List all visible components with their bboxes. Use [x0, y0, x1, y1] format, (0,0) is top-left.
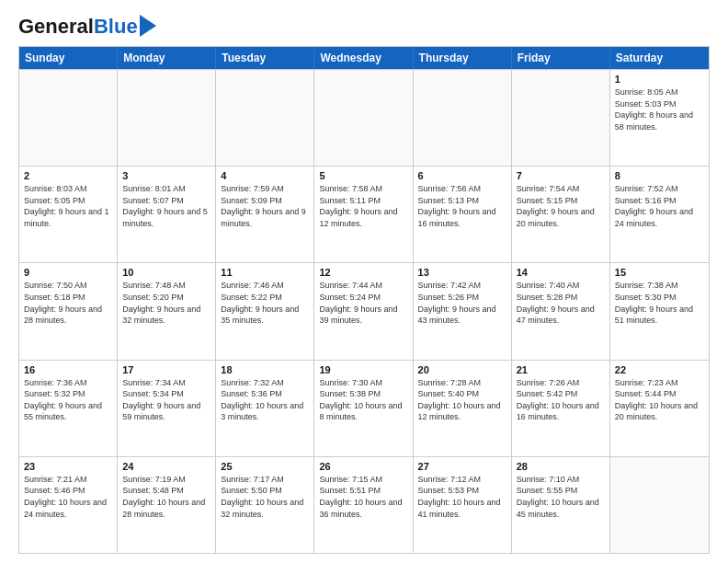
- cell-info: Sunrise: 7:17 AMSunset: 5:50 PMDaylight:…: [221, 474, 309, 520]
- cell-info: Sunrise: 7:42 AMSunset: 5:26 PMDaylight:…: [418, 280, 506, 326]
- cell-info: Sunrise: 7:34 AMSunset: 5:34 PMDaylight:…: [122, 377, 210, 423]
- day-number: 22: [615, 364, 704, 375]
- logo: GeneralBlue: [18, 17, 156, 37]
- cell-info: Sunrise: 7:26 AMSunset: 5:42 PMDaylight:…: [517, 377, 605, 423]
- day-number: 24: [122, 461, 210, 472]
- calendar-cell: 21Sunrise: 7:26 AMSunset: 5:42 PMDayligh…: [512, 361, 610, 456]
- cell-info: Sunrise: 8:05 AMSunset: 5:03 PMDaylight:…: [615, 86, 704, 132]
- day-number: 2: [24, 170, 112, 181]
- calendar-cell: [610, 457, 709, 553]
- calendar-cell: 15Sunrise: 7:38 AMSunset: 5:30 PMDayligh…: [610, 263, 709, 359]
- calendar-week-4: 23Sunrise: 7:21 AMSunset: 5:46 PMDayligh…: [19, 456, 709, 553]
- day-number: 5: [319, 170, 407, 181]
- day-number: 28: [517, 461, 605, 472]
- cell-info: Sunrise: 7:46 AMSunset: 5:22 PMDaylight:…: [221, 280, 309, 326]
- calendar-cell: 17Sunrise: 7:34 AMSunset: 5:34 PMDayligh…: [118, 361, 216, 456]
- day-number: 11: [221, 267, 309, 278]
- day-number: 13: [418, 267, 506, 278]
- day-number: 12: [319, 267, 407, 278]
- calendar-cell: 27Sunrise: 7:12 AMSunset: 5:53 PMDayligh…: [414, 457, 512, 553]
- cell-info: Sunrise: 8:01 AMSunset: 5:07 PMDaylight:…: [122, 183, 210, 229]
- day-number: 8: [615, 170, 704, 181]
- cell-info: Sunrise: 7:36 AMSunset: 5:32 PMDaylight:…: [24, 377, 112, 423]
- day-number: 14: [517, 267, 605, 278]
- calendar-cell: [216, 70, 314, 166]
- calendar-cell: 5Sunrise: 7:58 AMSunset: 5:11 PMDaylight…: [314, 167, 413, 262]
- calendar-cell: 10Sunrise: 7:48 AMSunset: 5:20 PMDayligh…: [118, 263, 216, 359]
- day-number: 18: [221, 364, 309, 375]
- calendar-cell: 12Sunrise: 7:44 AMSunset: 5:24 PMDayligh…: [314, 263, 413, 359]
- day-number: 27: [418, 461, 506, 472]
- calendar-cell: 6Sunrise: 7:56 AMSunset: 5:13 PMDaylight…: [414, 167, 512, 262]
- calendar-cell: 16Sunrise: 7:36 AMSunset: 5:32 PMDayligh…: [19, 361, 118, 456]
- calendar-cell: 26Sunrise: 7:15 AMSunset: 5:51 PMDayligh…: [314, 457, 413, 553]
- cell-info: Sunrise: 7:40 AMSunset: 5:28 PMDaylight:…: [517, 280, 605, 326]
- calendar-cell: 22Sunrise: 7:23 AMSunset: 5:44 PMDayligh…: [610, 361, 709, 456]
- cell-info: Sunrise: 7:54 AMSunset: 5:15 PMDaylight:…: [517, 183, 605, 229]
- calendar-cell: 9Sunrise: 7:50 AMSunset: 5:18 PMDaylight…: [19, 263, 118, 359]
- cell-info: Sunrise: 7:10 AMSunset: 5:55 PMDaylight:…: [517, 474, 605, 520]
- cell-info: Sunrise: 7:56 AMSunset: 5:13 PMDaylight:…: [418, 183, 506, 229]
- day-number: 9: [24, 267, 112, 278]
- day-number: 4: [221, 170, 309, 181]
- cell-info: Sunrise: 7:58 AMSunset: 5:11 PMDaylight:…: [319, 183, 407, 229]
- calendar-week-2: 9Sunrise: 7:50 AMSunset: 5:18 PMDaylight…: [19, 262, 709, 359]
- day-header-friday: Friday: [512, 47, 610, 69]
- calendar-cell: 18Sunrise: 7:32 AMSunset: 5:36 PMDayligh…: [216, 361, 314, 456]
- day-number: 19: [319, 364, 407, 375]
- calendar-cell: 8Sunrise: 7:52 AMSunset: 5:16 PMDaylight…: [610, 167, 709, 262]
- calendar-cell: 7Sunrise: 7:54 AMSunset: 5:15 PMDaylight…: [512, 167, 610, 262]
- cell-info: Sunrise: 7:30 AMSunset: 5:38 PMDaylight:…: [319, 377, 407, 423]
- day-number: 6: [418, 170, 506, 181]
- day-header-thursday: Thursday: [414, 47, 512, 69]
- calendar-week-0: 1Sunrise: 8:05 AMSunset: 5:03 PMDaylight…: [19, 69, 709, 166]
- calendar-cell: [118, 70, 216, 166]
- day-header-tuesday: Tuesday: [216, 47, 314, 69]
- day-number: 25: [221, 461, 309, 472]
- cell-info: Sunrise: 7:28 AMSunset: 5:40 PMDaylight:…: [418, 377, 506, 423]
- calendar-cell: 2Sunrise: 8:03 AMSunset: 5:05 PMDaylight…: [19, 167, 118, 262]
- header: GeneralBlue: [18, 17, 710, 37]
- cell-info: Sunrise: 7:19 AMSunset: 5:48 PMDaylight:…: [122, 474, 210, 520]
- calendar-week-3: 16Sunrise: 7:36 AMSunset: 5:32 PMDayligh…: [19, 360, 709, 456]
- calendar-body: 1Sunrise: 8:05 AMSunset: 5:03 PMDaylight…: [19, 69, 709, 553]
- cell-info: Sunrise: 7:59 AMSunset: 5:09 PMDaylight:…: [221, 183, 309, 229]
- calendar-cell: 28Sunrise: 7:10 AMSunset: 5:55 PMDayligh…: [512, 457, 610, 553]
- day-number: 16: [24, 364, 112, 375]
- calendar-cell: 1Sunrise: 8:05 AMSunset: 5:03 PMDaylight…: [610, 70, 709, 166]
- day-header-saturday: Saturday: [610, 47, 709, 69]
- calendar-cell: 14Sunrise: 7:40 AMSunset: 5:28 PMDayligh…: [512, 263, 610, 359]
- calendar-header-row: SundayMondayTuesdayWednesdayThursdayFrid…: [19, 47, 709, 69]
- calendar-cell: 24Sunrise: 7:19 AMSunset: 5:48 PMDayligh…: [118, 457, 216, 553]
- page: GeneralBlue SundayMondayTuesdayWednesday…: [0, 0, 728, 563]
- cell-info: Sunrise: 7:15 AMSunset: 5:51 PMDaylight:…: [319, 474, 407, 520]
- day-header-wednesday: Wednesday: [314, 47, 413, 69]
- cell-info: Sunrise: 7:21 AMSunset: 5:46 PMDaylight:…: [24, 474, 112, 520]
- cell-info: Sunrise: 7:48 AMSunset: 5:20 PMDaylight:…: [122, 280, 210, 326]
- logo-text: GeneralBlue: [18, 17, 138, 37]
- calendar: SundayMondayTuesdayWednesdayThursdayFrid…: [18, 46, 710, 554]
- calendar-cell: 19Sunrise: 7:30 AMSunset: 5:38 PMDayligh…: [314, 361, 413, 456]
- calendar-cell: 13Sunrise: 7:42 AMSunset: 5:26 PMDayligh…: [414, 263, 512, 359]
- calendar-cell: 3Sunrise: 8:01 AMSunset: 5:07 PMDaylight…: [118, 167, 216, 262]
- day-number: 1: [615, 74, 704, 85]
- day-number: 15: [615, 267, 704, 278]
- day-number: 21: [517, 364, 605, 375]
- calendar-cell: [314, 70, 413, 166]
- cell-info: Sunrise: 7:38 AMSunset: 5:30 PMDaylight:…: [615, 280, 704, 326]
- calendar-week-1: 2Sunrise: 8:03 AMSunset: 5:05 PMDaylight…: [19, 166, 709, 262]
- cell-info: Sunrise: 7:23 AMSunset: 5:44 PMDaylight:…: [615, 377, 704, 423]
- day-number: 17: [122, 364, 210, 375]
- calendar-cell: 11Sunrise: 7:46 AMSunset: 5:22 PMDayligh…: [216, 263, 314, 359]
- cell-info: Sunrise: 7:12 AMSunset: 5:53 PMDaylight:…: [418, 474, 506, 520]
- calendar-cell: 25Sunrise: 7:17 AMSunset: 5:50 PMDayligh…: [216, 457, 314, 553]
- cell-info: Sunrise: 7:44 AMSunset: 5:24 PMDaylight:…: [319, 280, 407, 326]
- day-number: 26: [319, 461, 407, 472]
- day-number: 7: [517, 170, 605, 181]
- calendar-cell: 20Sunrise: 7:28 AMSunset: 5:40 PMDayligh…: [414, 361, 512, 456]
- day-number: 3: [122, 170, 210, 181]
- calendar-cell: [414, 70, 512, 166]
- day-header-monday: Monday: [118, 47, 216, 69]
- day-number: 10: [122, 267, 210, 278]
- logo-arrow-icon: [140, 15, 156, 37]
